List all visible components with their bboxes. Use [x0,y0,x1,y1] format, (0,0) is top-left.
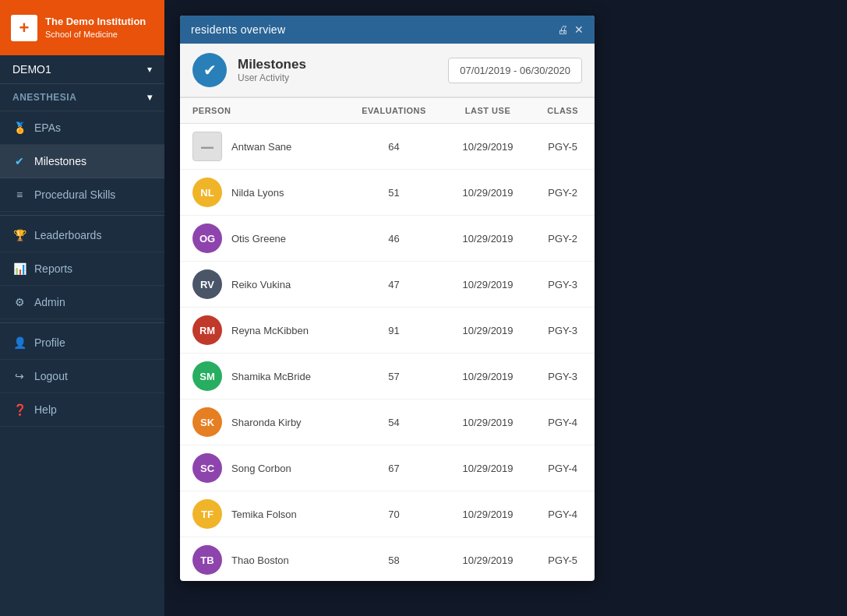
sidebar-item-leaderboards[interactable]: 🏆 Leaderboards [0,219,164,252]
panel-actions: 🖨 ✕ [557,23,584,36]
avatar: TF [192,499,222,529]
module-icon: ✔ [192,53,227,87]
last-use-date: 10/29/2019 [445,445,531,491]
person-name: Reiko Vukina [231,279,291,290]
sidebar-item-profile[interactable]: 👤 Profile [0,326,164,360]
table-row[interactable]: RVReiko Vukina4710/29/2019PGY-3 [180,262,595,308]
evaluations-count: 70 [343,491,445,537]
sidebar-item-milestones[interactable]: ✔ Milestones [0,145,164,178]
sidebar-item-logout[interactable]: ↪ Logout [0,360,164,393]
sidebar-nav: 🏅 EPAs ✔ Milestones ≡ Procedural Skills … [0,111,164,616]
person-name: Song Corbon [231,463,291,474]
table-row[interactable]: SKSharonda Kirby5410/29/2019PGY-4 [180,400,595,445]
milestones-icon: ✔ [12,155,26,167]
table-row[interactable]: ▬▬Antwan Sane6410/29/2019PGY-5 [180,124,595,170]
residents-table: PERSON EVALUATIONS LAST USE CLASS ▬▬Antw… [180,98,595,581]
person-cell: ▬▬Antwan Sane [180,124,343,170]
profile-icon: 👤 [12,336,26,349]
panel-header: residents overview 🖨 ✕ [180,16,595,44]
logout-icon: ↪ [12,370,26,382]
person-cell: TFTemika Folson [180,491,343,537]
avatar-image: ▬▬ [192,132,222,161]
last-use-date: 10/29/2019 [445,308,531,354]
panel-subheader-left: ✔ Milestones User Activity [192,53,306,87]
evaluations-count: 47 [343,262,445,308]
evaluations-count: 46 [343,216,445,262]
class-level: PGY-3 [531,354,595,400]
avatar: OG [192,224,222,253]
logo-cross: + [11,15,37,41]
user-dropdown-arrow: ▾ [147,64,152,75]
last-use-date: 10/29/2019 [445,537,531,582]
date-range[interactable]: 07/01/2019 - 06/30/2020 [448,58,582,83]
col-evaluations: EVALUATIONS [343,98,445,124]
person-name: Shamika McBride [231,371,311,382]
leaderboards-icon: 🏆 [12,229,26,241]
last-use-date: 10/29/2019 [445,400,531,445]
evaluations-count: 57 [343,354,445,400]
admin-icon: ⚙ [12,296,26,308]
class-level: PGY-4 [531,400,595,445]
person-cell: SMShamika McBride [180,354,343,400]
person-name: Temika Folson [231,509,297,520]
person-name: Sharonda Kirby [231,417,302,428]
last-use-date: 10/29/2019 [445,216,531,262]
person-cell: RVReiko Vukina [180,262,343,308]
table-header-row: PERSON EVALUATIONS LAST USE CLASS [180,98,595,124]
sidebar-item-admin[interactable]: ⚙ Admin [0,286,164,319]
last-use-date: 10/29/2019 [445,491,531,537]
col-person: PERSON [180,98,343,124]
module-name: Milestones [238,57,306,72]
dept-dropdown-arrow: ▾ [147,92,153,103]
person-cell: NLNilda Lyons [180,170,343,216]
sidebar-user[interactable]: DEMO1 ▾ [0,55,164,84]
main-area: residents overview 🖨 ✕ ✔ Milestones User… [164,0,847,616]
sidebar-item-procedural-skills[interactable]: ≡ Procedural Skills [0,178,164,212]
avatar: SC [192,453,222,483]
class-level: PGY-3 [531,262,595,308]
table-row[interactable]: OGOtis Greene4610/29/2019PGY-2 [180,216,595,262]
evaluations-count: 54 [343,400,445,445]
person-cell: OGOtis Greene [180,216,343,262]
institution-name: The Demo Institution School of Medicine [45,16,146,40]
table-row[interactable]: SCSong Corbon6710/29/2019PGY-4 [180,445,595,491]
col-class: CLASS [531,98,595,124]
last-use-date: 10/29/2019 [445,170,531,216]
class-level: PGY-4 [531,445,595,491]
sidebar-item-help[interactable]: ❓ Help [0,393,164,427]
class-level: PGY-2 [531,216,595,262]
avatar: SM [192,361,222,391]
last-use-date: 10/29/2019 [445,354,531,400]
module-sub: User Activity [238,72,306,83]
evaluations-count: 67 [343,445,445,491]
class-level: PGY-5 [531,124,595,170]
close-button[interactable]: ✕ [574,23,584,36]
person-name: Thao Boston [231,554,289,566]
person-cell: SCSong Corbon [180,445,343,491]
table-row[interactable]: RMReyna McKibben9110/29/2019PGY-3 [180,308,595,354]
evaluations-count: 64 [343,124,445,170]
col-last-use: LAST USE [445,98,531,124]
table-row[interactable]: TFTemika Folson7010/29/2019PGY-4 [180,491,595,537]
table-row[interactable]: NLNilda Lyons5110/29/2019PGY-2 [180,170,595,216]
person-cell: SKSharonda Kirby [180,400,343,445]
print-button[interactable]: 🖨 [557,23,568,36]
table-row[interactable]: SMShamika McBride5710/29/2019PGY-3 [180,354,595,400]
table-row[interactable]: TBThao Boston5810/29/2019PGY-5 [180,537,595,582]
sidebar-item-epas[interactable]: 🏅 EPAs [0,111,164,145]
module-info: Milestones User Activity [238,57,306,83]
sidebar-department[interactable]: ANESTHESIA ▾ [0,84,164,111]
class-level: PGY-4 [531,491,595,537]
avatar: RV [192,269,222,299]
panel-title: residents overview [191,23,285,36]
class-level: PGY-5 [531,537,595,582]
last-use-date: 10/29/2019 [445,262,531,308]
panel-subheader: ✔ Milestones User Activity 07/01/2019 - … [180,44,595,98]
person-cell: RMReyna McKibben [180,308,343,354]
class-level: PGY-3 [531,308,595,354]
evaluations-count: 91 [343,308,445,354]
sidebar-item-reports[interactable]: 📊 Reports [0,252,164,286]
residents-table-container: PERSON EVALUATIONS LAST USE CLASS ▬▬Antw… [180,98,595,581]
epas-icon: 🏅 [12,121,26,134]
avatar: NL [192,178,222,207]
